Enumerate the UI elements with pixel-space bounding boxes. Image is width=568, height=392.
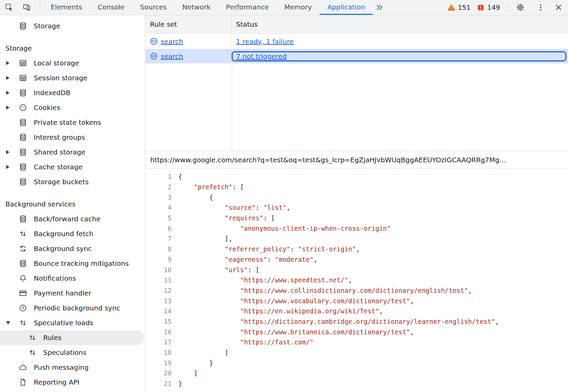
- device-toolbar-button[interactable]: [22, 3, 31, 12]
- expander-icon[interactable]: [6, 106, 19, 110]
- ruleset-link-label: search: [161, 37, 183, 46]
- token-plain: : [: [248, 266, 259, 274]
- sidebar-item-label: Cookies: [34, 104, 60, 112]
- token-plain: ,: [313, 256, 317, 263]
- sidebar-item-push-messaging[interactable]: Push messaging: [0, 360, 145, 375]
- expander-icon[interactable]: [6, 150, 19, 154]
- code-content: "requires": [: [178, 214, 275, 222]
- expander-icon[interactable]: [6, 321, 19, 325]
- toolbar-divider: [508, 3, 509, 12]
- triangle-right-icon: [6, 76, 9, 80]
- expander-icon[interactable]: [6, 165, 19, 169]
- issue-count: 149: [487, 3, 500, 11]
- sidebar-item-storage-buckets[interactable]: Storage buckets: [0, 174, 145, 189]
- sidebar-item-label: Local storage: [34, 59, 79, 67]
- sidebar-item-speculations[interactable]: Speculations: [0, 345, 145, 360]
- ruleset-cell: search: [146, 34, 232, 49]
- sidebar-item-rules[interactable]: Rules: [0, 330, 144, 345]
- settings-button[interactable]: [516, 3, 525, 12]
- status-link[interactable]: 7 not triggered: [236, 52, 287, 60]
- code-content: "referrer_policy": "strict-origin",: [178, 245, 360, 253]
- token-plain: ,: [410, 328, 414, 336]
- sidebar-item-local-storage[interactable]: Local storage: [0, 56, 145, 71]
- sidebar-item-periodic-background-sync[interactable]: Periodic background sync: [0, 301, 145, 315]
- tab-label: Elements: [51, 3, 82, 11]
- swap-icon: [19, 229, 27, 238]
- line-number: 7: [146, 235, 172, 242]
- token-string: "strict-origin": [298, 245, 356, 253]
- sidebar-item-interest-groups[interactable]: Interest groups: [0, 130, 145, 145]
- inspect-button[interactable]: [5, 3, 14, 12]
- sidebar-item-shared-storage[interactable]: Shared storage: [0, 145, 145, 160]
- sidebar-item-back-forward-cache[interactable]: Back/forward cache: [0, 212, 145, 226]
- line-number: 10: [146, 266, 172, 274]
- inspect-icon: [5, 3, 14, 12]
- sidebar-item-background-fetch[interactable]: Background fetch: [0, 226, 145, 241]
- code-content: "https://www.vocabulary.com/dictionary/t…: [178, 297, 414, 305]
- code-content: "https://www.speedtest.net/",: [178, 276, 352, 284]
- token-string: "list": [263, 204, 287, 211]
- line-number: 17: [146, 338, 172, 346]
- sidebar-item-payment-handler[interactable]: Payment handler: [0, 286, 145, 301]
- line-number: 13: [146, 297, 172, 305]
- column-header-label: Rule set: [150, 20, 177, 28]
- sidebar-item-label: Interest groups: [34, 133, 85, 141]
- expander-icon[interactable]: [6, 61, 19, 65]
- warning-badge[interactable]: 151: [447, 3, 471, 11]
- sidebar-item-label: Session storage: [34, 74, 87, 82]
- swap-icon: [19, 318, 27, 327]
- ruleset-table-header: Rule set Status: [146, 15, 568, 34]
- ruleset-row[interactable]: search1 ready, 1 failure: [146, 34, 568, 49]
- sidebar-item-cache-storage[interactable]: Cache storage: [0, 160, 145, 174]
- expander-icon[interactable]: [6, 91, 19, 95]
- status-link[interactable]: 1 ready, 1 failure: [236, 37, 294, 46]
- tab-sources[interactable]: Sources: [132, 0, 175, 15]
- sidebar-item-label: Private state tokens: [34, 118, 101, 127]
- ruleset-link[interactable]: search: [150, 37, 183, 46]
- code-content: "source": "list",: [178, 204, 290, 211]
- sidebar-item-speculative-loads[interactable]: Speculative loads: [0, 315, 145, 330]
- double-chevron-right-icon: [375, 3, 384, 12]
- close-button[interactable]: [554, 3, 563, 12]
- code-line: 7 ],: [146, 233, 568, 244]
- sidebar-item-cookies[interactable]: Cookies: [0, 100, 145, 115]
- code-line: 19 }: [146, 358, 568, 368]
- sidebar-item-session-storage[interactable]: Session storage: [0, 71, 145, 85]
- tab-memory[interactable]: Memory: [277, 0, 319, 15]
- code-line: 9 "eagerness": "moderate",: [146, 254, 568, 265]
- sidebar-item-reporting-api[interactable]: Reporting API: [0, 375, 145, 390]
- token-plain: ,: [348, 276, 352, 284]
- database-icon: [19, 163, 27, 171]
- tab-performance[interactable]: Performance: [218, 0, 277, 15]
- token-string: "eagerness": [225, 256, 267, 263]
- more-options-button[interactable]: [536, 3, 545, 12]
- ruleset-link[interactable]: search: [150, 52, 183, 60]
- sidebar-item-private-state-tokens[interactable]: Private state tokens: [0, 115, 145, 130]
- code-line: 6 "anonymous-client-ip-when-cross-origin…: [146, 223, 568, 233]
- issues-badge[interactable]: 149: [477, 3, 500, 11]
- tab-elements[interactable]: Elements: [43, 0, 90, 15]
- ruleset-table-empty-area: [146, 63, 568, 151]
- token-plain: : [: [263, 214, 275, 222]
- sidebar-item-indexeddb[interactable]: IndexedDB: [0, 85, 145, 100]
- token-plain: }: [178, 380, 182, 387]
- cloud-icon: [19, 363, 27, 372]
- token-plain: [178, 183, 194, 191]
- expander-icon[interactable]: [6, 76, 19, 80]
- selected-status-outline[interactable]: 7 not triggered: [232, 51, 566, 61]
- sidebar-item-background-sync[interactable]: Background sync: [0, 241, 145, 256]
- tab-console[interactable]: Console: [90, 0, 132, 15]
- code-content: {: [178, 173, 182, 180]
- database-icon: [19, 148, 27, 157]
- ruleset-row[interactable]: search7 not triggered: [146, 49, 568, 63]
- panel-tabs: ElementsConsoleSourcesNetworkPerformance…: [43, 0, 373, 15]
- issue-icon: [477, 4, 485, 11]
- sidebar-item-notifications[interactable]: Notifications: [0, 271, 145, 286]
- sidebar-item-bounce-tracking-mitigations[interactable]: Bounce tracking mitigations: [0, 256, 145, 271]
- tab-application[interactable]: Application: [319, 0, 373, 15]
- tab-network[interactable]: Network: [175, 0, 218, 15]
- token-string: "https://en.wikipedia.org/wiki/Test": [240, 307, 379, 315]
- more-tabs-button[interactable]: [375, 3, 384, 12]
- token-plain: ,: [286, 204, 290, 211]
- sidebar-item-storage[interactable]: Storage: [0, 19, 145, 33]
